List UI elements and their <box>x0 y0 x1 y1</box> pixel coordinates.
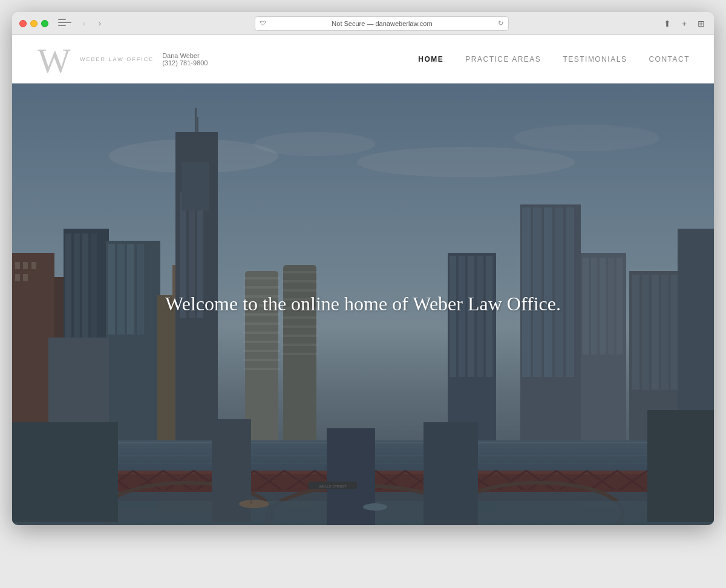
nav-practice-areas[interactable]: PRACTICE AREAS <box>465 55 541 64</box>
nav-arrows: ‹ › <box>77 17 106 30</box>
nav-testimonials[interactable]: TESTIMONIALS <box>563 55 627 64</box>
contact-info: Dana Weber (312) 781-9800 <box>162 52 208 67</box>
new-tab-icon[interactable]: + <box>679 18 690 29</box>
site-nav: HOME PRACTICE AREAS TESTIMONIALS CONTACT <box>418 55 690 64</box>
firm-name: WEBER LAW OFFICE <box>80 56 154 62</box>
share-icon[interactable]: ⬆ <box>662 18 673 29</box>
logo-text: WEBER LAW OFFICE <box>80 56 154 62</box>
hero-section: WELLS STREET Welcome to the online home … <box>12 83 714 525</box>
address-text: Not Secure — danaweberlaw.com <box>270 20 494 27</box>
close-button[interactable] <box>19 20 27 27</box>
site-logo[interactable]: W <box>36 41 73 77</box>
address-bar-container: 🛡 Not Secure — danaweberlaw.com ↻ <box>111 16 652 31</box>
hero-heading: Welcome to the online home of Weber Law … <box>82 292 644 317</box>
site-header: W WEBER LAW OFFICE Dana Weber (312) 781-… <box>12 35 714 83</box>
browser-actions: ⬆ + ⊞ <box>662 18 707 29</box>
sidebar-toggle[interactable] <box>58 19 71 28</box>
logo-area: W WEBER LAW OFFICE Dana Weber (312) 781-… <box>36 41 208 77</box>
browser-window: ‹ › 🛡 Not Secure — danaweberlaw.com ↻ ⬆ … <box>12 12 714 525</box>
refresh-icon[interactable]: ↻ <box>498 19 503 27</box>
browser-titlebar: ‹ › 🛡 Not Secure — danaweberlaw.com ↻ ⬆ … <box>12 12 714 35</box>
back-button[interactable]: ‹ <box>77 17 91 30</box>
minimize-button[interactable] <box>30 20 38 27</box>
browser-controls: ‹ › <box>58 17 106 30</box>
attorney-name: Dana Weber <box>162 52 208 59</box>
address-bar[interactable]: 🛡 Not Secure — danaweberlaw.com ↻ <box>255 16 509 31</box>
website-content: W WEBER LAW OFFICE Dana Weber (312) 781-… <box>12 35 714 525</box>
grid-icon[interactable]: ⊞ <box>696 18 707 29</box>
traffic-lights <box>19 20 48 27</box>
nav-contact[interactable]: CONTACT <box>649 55 690 64</box>
hero-text-container: Welcome to the online home of Weber Law … <box>82 292 644 317</box>
maximize-button[interactable] <box>41 20 48 27</box>
nav-home[interactable]: HOME <box>418 55 443 64</box>
security-icon: 🛡 <box>260 20 266 27</box>
svg-text:W: W <box>38 41 71 77</box>
forward-button[interactable]: › <box>93 17 106 30</box>
attorney-phone: (312) 781-9800 <box>162 59 208 67</box>
